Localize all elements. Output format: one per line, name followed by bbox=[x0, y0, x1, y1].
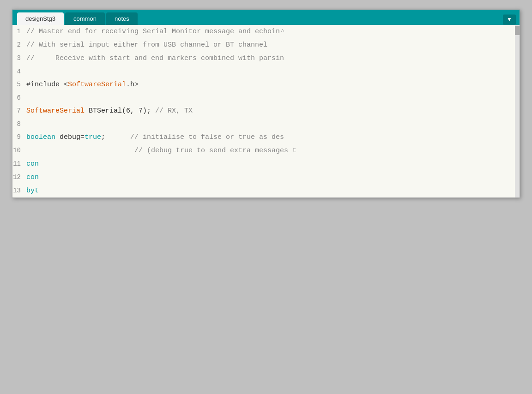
code-line-3: 3 // Receive with start and end markers … bbox=[12, 52, 520, 65]
code-content-5: #include <SoftwareSerial.h> bbox=[26, 78, 139, 91]
line-number-13: 13 bbox=[12, 184, 26, 197]
ide-window: designStg3 common notes ▼ 1 // Master en… bbox=[12, 9, 520, 198]
code-content-3: // Receive with start and end markers co… bbox=[26, 52, 284, 65]
code-content-1: // Master end for receiving Serial Monit… bbox=[26, 25, 280, 38]
code-content-2: // With serial input either from USB cha… bbox=[26, 39, 267, 52]
code-line-2: 2 // With serial input either from USB c… bbox=[12, 38, 520, 52]
code-line-7: 7 SoftwareSerial BTSerial(6, 7); // RX, … bbox=[12, 104, 520, 118]
code-content-12: con bbox=[26, 171, 39, 184]
vertical-scrollbar[interactable] bbox=[515, 25, 520, 197]
line-number-3: 3 bbox=[12, 52, 26, 65]
code-line-8: 8 bbox=[12, 118, 520, 131]
line-number-10: 10 bbox=[12, 144, 26, 157]
code-line-12: 12 con bbox=[12, 171, 520, 184]
line-number-4: 4 bbox=[12, 65, 26, 78]
tab-dropdown-button[interactable]: ▼ bbox=[503, 14, 516, 24]
code-container: 1 // Master end for receiving Serial Mon… bbox=[12, 25, 520, 197]
scroll-caret-1: ^ bbox=[281, 25, 284, 38]
code-line-11: 11 con bbox=[12, 157, 520, 171]
line-number-8: 8 bbox=[12, 118, 26, 131]
tab-designStg3[interactable]: designStg3 bbox=[17, 12, 64, 25]
line-number-11: 11 bbox=[12, 157, 26, 170]
line-number-5: 5 bbox=[12, 78, 26, 91]
code-line-6: 6 bbox=[12, 91, 520, 104]
code-content-7: SoftwareSerial BTSerial(6, 7); // RX, TX bbox=[26, 105, 193, 118]
line-number-1: 1 bbox=[12, 25, 26, 38]
code-line-10: 10 // (debug true to send extra messages… bbox=[12, 144, 520, 157]
line-number-6: 6 bbox=[12, 91, 26, 104]
line-number-12: 12 bbox=[12, 171, 26, 184]
scrollbar-thumb[interactable] bbox=[515, 26, 520, 35]
code-line-9: 9 boolean debug=true; // initialise to f… bbox=[12, 131, 520, 144]
code-content-10: // (debug true to send extra messages t bbox=[26, 144, 296, 157]
code-line-4: 4 bbox=[12, 65, 520, 78]
tab-bar: designStg3 common notes ▼ bbox=[12, 10, 520, 25]
line-number-7: 7 bbox=[12, 104, 26, 117]
tab-notes[interactable]: notes bbox=[106, 12, 138, 25]
code-content-13: byt bbox=[26, 185, 39, 197]
code-content-11: con bbox=[26, 158, 39, 171]
code-line-1: 1 // Master end for receiving Serial Mon… bbox=[12, 25, 520, 38]
tab-common[interactable]: common bbox=[65, 12, 105, 25]
line-number-9: 9 bbox=[12, 131, 26, 143]
code-line-13: 13 byt bbox=[12, 184, 520, 197]
code-content-9: boolean debug=true; // initialise to fal… bbox=[26, 131, 284, 144]
code-line-5: 5 #include <SoftwareSerial.h> bbox=[12, 78, 520, 91]
line-number-2: 2 bbox=[12, 38, 26, 51]
code-area[interactable]: 1 // Master end for receiving Serial Mon… bbox=[12, 25, 520, 197]
